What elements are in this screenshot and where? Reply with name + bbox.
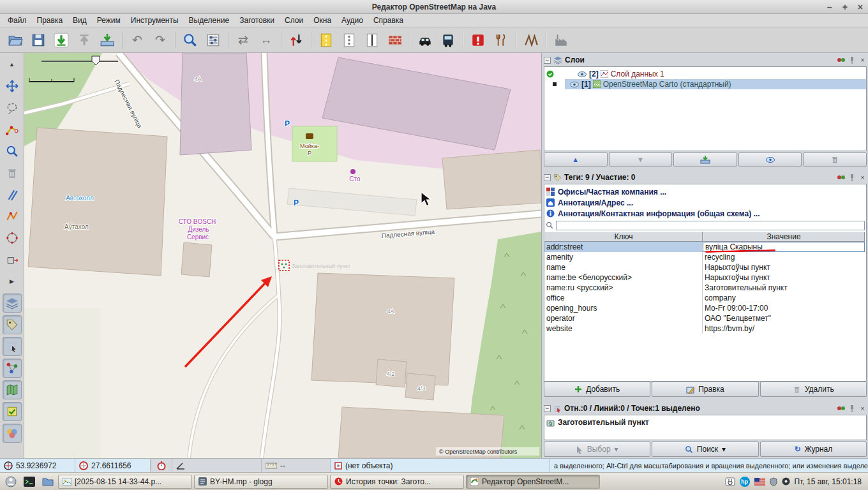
swap-direction-button[interactable]: ⇄: [232, 29, 254, 51]
selection-history-button[interactable]: ↻ Журнал: [760, 442, 867, 457]
select-tool-button[interactable]: [3, 77, 22, 96]
titlebar[interactable]: Редактор OpenStreetMap на Java – + ×: [0, 0, 868, 14]
relations-panel-toggle[interactable]: [3, 359, 22, 378]
shield-icon[interactable]: [770, 477, 777, 486]
edit-tag-button[interactable]: Правка: [652, 382, 758, 397]
preset-link-address[interactable]: Аннотация/Адрес ...: [544, 197, 866, 208]
menu-selection[interactable]: Выделение: [184, 15, 235, 26]
align-circle-tool-button[interactable]: [3, 228, 22, 248]
dock-icon[interactable]: [848, 56, 856, 64]
parallel-tool-button[interactable]: [3, 185, 22, 204]
mappaint-panel-toggle[interactable]: [3, 380, 22, 399]
preset-lane-button[interactable]: [361, 29, 383, 51]
layer-row-data[interactable]: [2] Слой данных 1: [544, 69, 866, 79]
preset-powerline-button[interactable]: [520, 29, 542, 51]
eye-icon[interactable]: [577, 71, 587, 78]
draw-tool-button[interactable]: [3, 120, 22, 139]
taskbar-window-image-viewer[interactable]: [2025-08-15 14-33-44.p...: [58, 475, 192, 489]
menu-layers[interactable]: Слои: [280, 15, 308, 26]
taskbar-clock[interactable]: Пт, 15 авг, 15:01:18: [795, 477, 862, 486]
split-merge-button[interactable]: [285, 29, 307, 51]
sticky-icon[interactable]: [837, 405, 845, 413]
table-row[interactable]: nameНарыхтоўчы пункт: [544, 262, 865, 272]
tags-panel-toggle[interactable]: [3, 315, 22, 334]
table-row[interactable]: opening_hoursMo-Fr 09:00-17:00: [544, 303, 865, 313]
preset-wall-button[interactable]: [384, 29, 406, 51]
user-panel-toggle[interactable]: [3, 424, 22, 443]
maximize-button[interactable]: +: [842, 2, 848, 12]
extrude-tool-button[interactable]: [3, 250, 22, 269]
delete-tag-button[interactable]: Удалить: [760, 382, 867, 397]
menu-view[interactable]: Вид: [68, 15, 92, 26]
distance-indicator[interactable]: --: [262, 459, 331, 472]
layer-up-button[interactable]: ▲: [544, 152, 608, 167]
delete-tool-button[interactable]: [3, 163, 22, 182]
angle-indicator[interactable]: [172, 459, 262, 472]
layer-visibility-button[interactable]: [738, 152, 802, 167]
search-button[interactable]: [179, 29, 201, 51]
menu-mode[interactable]: Режим: [92, 15, 126, 26]
table-row[interactable]: officecompany: [544, 293, 865, 303]
scroll-up-button[interactable]: ▲: [3, 55, 22, 74]
table-row[interactable]: operatorОАО "Белцветмет": [544, 313, 865, 323]
update-data-button[interactable]: [96, 29, 118, 51]
table-row[interactable]: amenityrecycling: [544, 252, 865, 262]
selected-node-marker[interactable]: [279, 260, 289, 271]
sticky-icon[interactable]: [837, 174, 845, 182]
selection-search-button[interactable]: Поиск ▾: [652, 442, 758, 457]
save-button[interactable]: [27, 29, 49, 51]
layers-panel-toggle[interactable]: [3, 293, 22, 313]
improve-accuracy-tool-button[interactable]: [3, 207, 22, 226]
layer-delete-button[interactable]: [803, 152, 867, 167]
preset-hazard-button[interactable]: [467, 29, 489, 51]
hp-logo[interactable]: hp: [740, 477, 750, 487]
panel-close-icon[interactable]: ×: [858, 174, 867, 182]
close-button[interactable]: ×: [858, 2, 863, 12]
longitude-indicator[interactable]: 27.6611656: [75, 459, 151, 472]
dock-icon[interactable]: [848, 405, 856, 413]
table-row[interactable]: name:ru <русский>Заготовительный пункт: [544, 283, 865, 293]
column-header-key[interactable]: Ключ: [544, 232, 703, 242]
preset-road-button[interactable]: [315, 29, 337, 51]
collapse-icon[interactable]: −: [544, 57, 551, 64]
sticky-icon[interactable]: [837, 56, 845, 64]
preset-restaurant-button[interactable]: [490, 29, 512, 51]
tags-search-input[interactable]: [556, 221, 865, 230]
lasso-tool-button[interactable]: [3, 98, 22, 117]
stopwatch-indicator[interactable]: [151, 459, 172, 472]
collapse-icon[interactable]: −: [544, 174, 551, 181]
file-manager-launcher[interactable]: [40, 474, 56, 489]
taskbar-window-history[interactable]: История точки: Загото...: [330, 475, 464, 489]
map-canvas[interactable]: Падлесная вуліца Падлесная вуліца Автохо…: [24, 53, 541, 458]
menu-tools[interactable]: Инструменты: [126, 15, 184, 26]
menu-audio[interactable]: Аудио: [336, 15, 368, 26]
menu-help[interactable]: Справка: [368, 15, 408, 26]
menu-file[interactable]: Файл: [3, 15, 32, 26]
eye-icon[interactable]: [569, 81, 580, 88]
panel-close-icon[interactable]: ×: [858, 56, 867, 64]
latitude-indicator[interactable]: 53.9236972: [0, 459, 75, 472]
add-tag-button[interactable]: Добавить: [544, 382, 650, 397]
panel-close-icon[interactable]: ×: [858, 405, 867, 413]
preset-link-office[interactable]: Офисы/Частная компания ...: [544, 186, 866, 197]
selection-item[interactable]: Заготовительный пункт: [544, 417, 866, 427]
preset-industrial-button[interactable]: [550, 29, 572, 51]
start-menu-button[interactable]: [3, 474, 19, 489]
layer-down-button[interactable]: ▼: [609, 152, 673, 167]
table-row[interactable]: addr:streetвуліца Скарыны: [544, 242, 865, 252]
validator-panel-toggle[interactable]: [3, 402, 22, 421]
collapse-icon[interactable]: −: [544, 405, 551, 412]
minimize-button[interactable]: –: [827, 2, 832, 12]
table-row[interactable]: name:be <белорусский>Нарыхтоўчы пункт: [544, 272, 865, 283]
more-tools-button[interactable]: ▶: [3, 272, 22, 291]
download-button[interactable]: [50, 29, 72, 51]
object-indicator[interactable]: (нет объекта): [331, 459, 550, 472]
undo-button[interactable]: ↶: [126, 29, 148, 51]
preset-link-contact[interactable]: Аннотация/Контактная информация (общая с…: [544, 208, 866, 219]
preset-crossing-button[interactable]: [338, 29, 360, 51]
selection-select-button[interactable]: Выбор ▾: [544, 442, 650, 457]
taskbar-window-glogg[interactable]: BY-HM.mp - glogg: [194, 475, 328, 489]
menu-presets[interactable]: Заготовки: [234, 15, 280, 26]
dock-icon[interactable]: [848, 174, 856, 182]
open-button[interactable]: [4, 29, 26, 51]
